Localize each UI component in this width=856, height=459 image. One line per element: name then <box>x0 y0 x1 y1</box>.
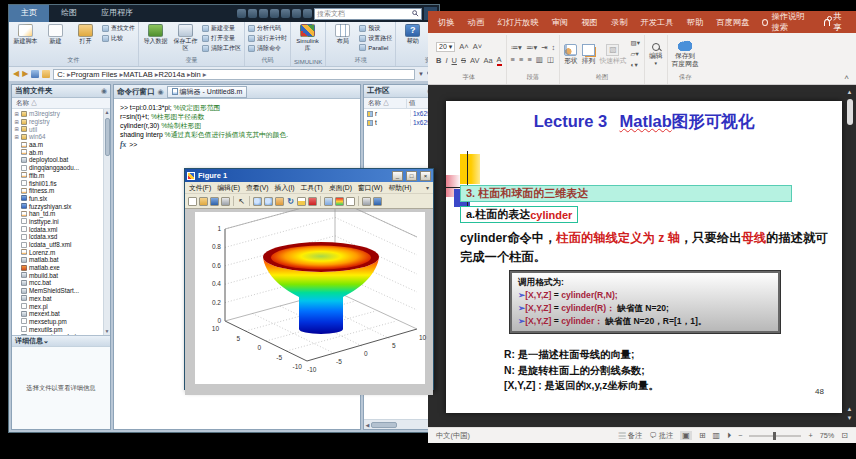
save-to-baidu-button[interactable]: 保存到百度网盘 <box>672 40 699 67</box>
align-center-icon[interactable]: ≡ <box>519 55 523 64</box>
numbering-icon[interactable]: ≕▾ <box>526 43 537 52</box>
close-button[interactable]: × <box>420 171 431 181</box>
scrollbar-thumb[interactable] <box>105 118 110 156</box>
folder-expander[interactable]: ⊞ <box>14 126 19 132</box>
simulink-library-button[interactable]: Simulink 库 <box>294 23 321 52</box>
quick-undo-icon[interactable] <box>281 9 290 18</box>
file-row[interactable]: mex.bat <box>14 295 103 303</box>
slideshow-button[interactable]: ⏵ <box>727 431 731 441</box>
zoom-level[interactable]: 75% <box>820 431 835 440</box>
file-row[interactable]: lcdata.xml <box>14 225 103 233</box>
figure-menu-item[interactable]: 插入(I) <box>275 183 295 193</box>
quick-paste-icon[interactable] <box>270 9 279 18</box>
zoom-slider-thumb[interactable] <box>773 432 776 440</box>
file-row[interactable]: fitness.m <box>14 187 103 195</box>
figure-menu-item[interactable]: 工具(T) <box>301 183 323 193</box>
save-workspace-button[interactable]: 保存工作区 <box>172 23 199 52</box>
clear-workspace-button[interactable]: 清除工作区 <box>202 44 241 53</box>
file-row[interactable]: mexext.bat <box>14 310 103 318</box>
breadcrumb-segment[interactable]: C: <box>57 70 70 79</box>
slide-scrollbar[interactable]: ▲ ▲ ▼ <box>845 89 854 423</box>
zoom-out-icon[interactable] <box>264 197 273 206</box>
previous-slide-button[interactable]: ▲ <box>845 405 854 414</box>
editing-button[interactable]: 编辑▾ <box>649 43 663 67</box>
columns-icon[interactable]: ▥ <box>536 55 543 64</box>
command-prompt[interactable]: >> <box>129 140 137 149</box>
file-row[interactable]: lcdata_utf8.xml <box>14 241 103 249</box>
menu-overflow-icon[interactable]: ▾ <box>426 184 429 191</box>
breadcrumb-segment[interactable]: Program Files <box>71 70 124 79</box>
run-time-button[interactable]: 运行并计时 <box>248 34 287 43</box>
normal-view-button[interactable]: ▣ <box>680 431 692 440</box>
breadcrumb[interactable]: C:Program FilesMATLABR2014abin <box>53 69 415 80</box>
scrollbar-thumb[interactable] <box>371 422 397 428</box>
file-row[interactable]: ⊞ m3iregistry <box>14 110 103 118</box>
change-case-icon[interactable]: Aa <box>483 56 492 65</box>
pan-icon[interactable] <box>275 197 284 206</box>
scrollbar-thumb[interactable] <box>847 99 853 125</box>
file-row[interactable]: fuzzyshiyan.slx <box>14 202 103 210</box>
file-row[interactable]: mexsetup.pm <box>14 318 103 326</box>
quick-redo-icon[interactable] <box>292 9 301 18</box>
new-variable-button[interactable]: 新建变量 <box>202 24 241 33</box>
font-size-select[interactable]: 20 ▾ <box>436 42 455 52</box>
browse-folder-icon[interactable] <box>42 70 50 78</box>
ppt-tab[interactable]: 审阅 <box>552 17 569 28</box>
reading-view-button[interactable]: ▥ <box>713 431 721 440</box>
save-figure-icon[interactable] <box>210 197 219 206</box>
edit-plot-cursor-icon[interactable]: ↖ <box>237 197 246 206</box>
insert-legend-icon[interactable] <box>346 197 355 206</box>
figure-menu-item[interactable]: 编辑(E) <box>217 183 240 193</box>
file-row[interactable]: MemShieldStart... <box>14 287 103 295</box>
ppt-tab[interactable]: 百度网盘 <box>716 17 749 28</box>
line-spacing-icon[interactable]: ↕ <box>551 43 555 52</box>
file-row[interactable]: fun.slx <box>14 195 103 203</box>
tell-me-search[interactable]: 操作说明搜索 <box>762 11 811 33</box>
find-files-button[interactable]: 查找文件 <box>102 24 135 33</box>
bullets-icon[interactable]: ≔▾ <box>511 43 522 52</box>
up-folder-icon[interactable] <box>31 70 39 78</box>
align-left-icon[interactable]: ≡ <box>511 55 515 64</box>
zoom-in-icon[interactable] <box>253 197 262 206</box>
grow-font-icon[interactable]: A˄ <box>459 42 468 51</box>
italic-button[interactable]: I <box>445 56 447 65</box>
file-row[interactable]: ab.m <box>14 148 103 156</box>
char-spacing-icon[interactable]: AV <box>470 56 479 65</box>
breadcrumb-segment[interactable]: bin <box>191 70 207 79</box>
tab-home[interactable]: 主页 <box>9 5 49 22</box>
bold-button[interactable]: B <box>436 56 441 65</box>
shrink-font-icon[interactable]: A˅ <box>473 42 482 51</box>
file-list-scrollbar[interactable]: ▲ ▼ <box>103 109 110 335</box>
ppt-tab[interactable]: 录制 <box>611 17 628 28</box>
fit-to-window-icon[interactable]: ⊡ <box>841 431 848 440</box>
quick-copy-icon[interactable] <box>259 9 268 18</box>
tab-plots[interactable]: 绘图 <box>49 5 89 22</box>
file-row[interactable]: mex.pl <box>14 302 103 310</box>
back-icon[interactable]: ◀ <box>13 70 19 78</box>
details-collapse-icon[interactable]: ⌄ <box>43 337 49 345</box>
figure-title-bar[interactable]: Figure 1 _ □ × <box>185 169 433 182</box>
name-column-header[interactable]: 名称 △ <box>12 98 110 109</box>
workspace-hscrollbar[interactable]: ◀ ▶ <box>364 419 436 429</box>
insert-colorbar-icon[interactable] <box>335 197 344 206</box>
scroll-up-icon[interactable]: ▲ <box>847 89 853 97</box>
parallel-button[interactable]: Parallel <box>359 44 392 51</box>
file-row[interactable]: lcdata.xsd <box>14 233 103 241</box>
zoom-out-button[interactable]: − <box>738 431 742 440</box>
brush-icon[interactable] <box>308 197 317 206</box>
file-row[interactable]: han_td.m <box>14 210 103 218</box>
rotate-3d-icon[interactable]: ↻ <box>286 197 295 206</box>
shape-outline-icon[interactable]: ▱▾ <box>631 50 640 58</box>
file-row[interactable]: Lorenz.m <box>14 248 103 256</box>
strikethrough-button[interactable]: S <box>461 56 466 65</box>
new-button[interactable]: 新建 <box>42 23 69 45</box>
file-row[interactable]: deploytool.bat <box>14 156 103 164</box>
workspace-row[interactable]: t 1x629 <box>364 118 436 127</box>
data-cursor-icon[interactable] <box>297 197 306 206</box>
open-button[interactable]: 打开 <box>72 23 99 45</box>
ppt-tab[interactable]: 帮助 <box>687 17 704 28</box>
file-row[interactable]: ⊞ util <box>14 125 103 133</box>
breadcrumb-segment[interactable]: R2014a <box>159 70 191 79</box>
quick-cut-icon[interactable] <box>248 9 257 18</box>
folder-expander[interactable]: ⊞ <box>14 111 19 117</box>
